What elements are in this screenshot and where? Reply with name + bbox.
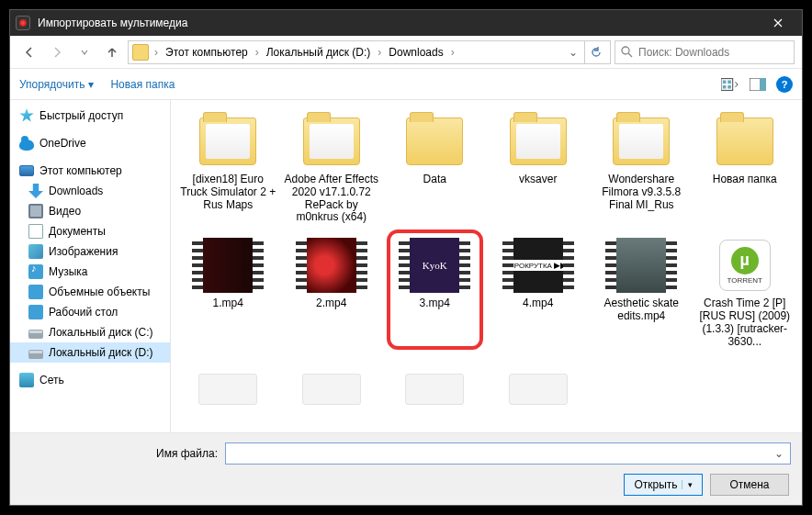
disk-icon bbox=[28, 350, 43, 359]
folder-item[interactable]: Adobe After Effects 2020 v17.1.0.72 RePa… bbox=[282, 109, 382, 228]
disk-icon bbox=[28, 330, 43, 339]
footer: Имя файла: ⌄ Открыть▾ Отмена bbox=[10, 432, 802, 505]
view-mode-button[interactable] bbox=[721, 77, 739, 92]
close-button[interactable] bbox=[760, 10, 796, 36]
chevron-right-icon[interactable]: › bbox=[152, 46, 160, 59]
chevron-right-icon[interactable]: › bbox=[449, 46, 457, 59]
star-icon bbox=[19, 108, 34, 123]
file-item[interactable] bbox=[282, 357, 382, 425]
sidebar-downloads[interactable]: Downloads bbox=[10, 181, 170, 201]
file-item[interactable] bbox=[489, 357, 589, 425]
sidebar-network[interactable]: Сеть bbox=[10, 370, 170, 390]
filename-combo[interactable]: ⌄ bbox=[225, 442, 791, 465]
sidebar-music[interactable]: Музыка bbox=[10, 262, 170, 282]
titlebar: Импортировать мультимедиа bbox=[10, 10, 802, 36]
filename-label: Имя файла: bbox=[21, 447, 218, 460]
sidebar-quick-access[interactable]: Быстрый доступ bbox=[10, 106, 170, 126]
crumb-pc[interactable]: Этот компьютер bbox=[162, 44, 252, 61]
sidebar-onedrive[interactable]: OneDrive bbox=[10, 133, 170, 153]
svg-rect-3 bbox=[727, 80, 731, 84]
folder-item[interactable]: [dixen18] Euro Truck Simulator 2 + Rus M… bbox=[178, 109, 278, 228]
filename-input[interactable] bbox=[230, 447, 772, 460]
crumb-folder[interactable]: Downloads bbox=[385, 44, 446, 61]
back-button[interactable] bbox=[17, 40, 41, 64]
file-dialog-window: Импортировать мультимедиа › Этот компьют… bbox=[9, 9, 803, 506]
organize-menu[interactable]: Упорядочить ▾ bbox=[19, 78, 94, 91]
torrent-file-item[interactable]: µTORRENTCrash Time 2 [P] [RUS RUS] (2009… bbox=[695, 233, 795, 352]
svg-rect-5 bbox=[727, 84, 731, 88]
recent-dropdown[interactable] bbox=[73, 40, 96, 64]
sidebar-documents[interactable]: Документы bbox=[10, 221, 170, 241]
svg-rect-2 bbox=[723, 80, 727, 84]
chevron-down-icon: ▾ bbox=[88, 78, 94, 91]
search-icon bbox=[621, 46, 633, 58]
video-file-item-selected[interactable]: KyoK3.mp4 bbox=[385, 233, 485, 352]
file-item[interactable] bbox=[178, 357, 278, 425]
toolbar: Упорядочить ▾ Новая папка ? bbox=[10, 69, 802, 100]
help-button[interactable]: ? bbox=[776, 76, 793, 93]
folder-item[interactable]: Новая папка bbox=[695, 109, 795, 228]
nav-bar: › Этот компьютер › Локальный диск (D:) ›… bbox=[10, 36, 802, 69]
address-dropdown[interactable]: ⌄ bbox=[564, 46, 582, 59]
network-icon bbox=[19, 373, 34, 387]
image-icon bbox=[28, 244, 43, 259]
refresh-button[interactable] bbox=[584, 41, 606, 63]
cloud-icon bbox=[19, 140, 34, 151]
music-icon bbox=[28, 264, 43, 279]
chevron-right-icon[interactable]: › bbox=[376, 46, 383, 59]
dialog-body: Быстрый доступ OneDrive Этот компьютер D… bbox=[10, 100, 802, 432]
folder-item[interactable]: vksaver bbox=[489, 109, 589, 228]
cancel-button[interactable]: Отмена bbox=[710, 474, 789, 496]
sidebar-video[interactable]: Видео bbox=[10, 201, 170, 221]
pc-icon bbox=[19, 165, 34, 176]
svg-rect-7 bbox=[760, 78, 766, 91]
window-title: Импортировать мультимедиа bbox=[38, 17, 760, 29]
cube-icon bbox=[28, 285, 43, 299]
app-icon bbox=[16, 16, 30, 30]
video-file-item[interactable]: 2.mp4 bbox=[282, 233, 382, 352]
search-input[interactable] bbox=[638, 46, 788, 59]
new-folder-button[interactable]: Новая папка bbox=[110, 78, 175, 91]
sidebar: Быстрый доступ OneDrive Этот компьютер D… bbox=[10, 100, 171, 432]
video-icon bbox=[28, 204, 43, 218]
forward-button[interactable] bbox=[45, 40, 69, 64]
svg-rect-4 bbox=[723, 84, 727, 88]
desktop-icon bbox=[28, 305, 43, 319]
video-file-item[interactable]: ПРОКРУТКА4.mp4 bbox=[489, 233, 589, 352]
folder-item[interactable]: Wondershare Filmora v9.3.5.8 Final MI_Ru… bbox=[592, 109, 692, 228]
file-item[interactable] bbox=[385, 357, 485, 425]
svg-point-0 bbox=[622, 47, 629, 54]
video-file-item[interactable]: 1.mp4 bbox=[178, 233, 278, 352]
sidebar-disk-d[interactable]: Локальный диск (D:) bbox=[10, 342, 170, 363]
video-file-item[interactable]: Aesthetic skate edits.mp4 bbox=[592, 233, 692, 352]
sidebar-desktop[interactable]: Рабочий стол bbox=[10, 302, 170, 322]
crumb-disk[interactable]: Локальный диск (D:) bbox=[263, 44, 375, 61]
search-box[interactable] bbox=[615, 40, 795, 64]
sidebar-3d-objects[interactable]: Объемные объекты bbox=[10, 282, 170, 302]
sidebar-disk-c[interactable]: Локальный диск (C:) bbox=[10, 322, 170, 342]
split-arrow-icon: ▾ bbox=[682, 480, 693, 489]
sidebar-images[interactable]: Изображения bbox=[10, 241, 170, 262]
sidebar-this-pc[interactable]: Этот компьютер bbox=[10, 161, 170, 181]
download-icon bbox=[28, 184, 43, 198]
preview-pane-button[interactable] bbox=[749, 77, 767, 92]
chevron-down-icon[interactable]: ⌄ bbox=[772, 447, 786, 460]
chevron-right-icon[interactable]: › bbox=[254, 46, 261, 59]
address-bar[interactable]: › Этот компьютер › Локальный диск (D:) ›… bbox=[128, 40, 611, 64]
open-button[interactable]: Открыть▾ bbox=[624, 474, 703, 496]
folder-icon bbox=[132, 44, 149, 61]
document-icon bbox=[28, 224, 43, 239]
up-button[interactable] bbox=[100, 40, 124, 64]
folder-item[interactable]: Data bbox=[385, 109, 485, 228]
file-list[interactable]: [dixen18] Euro Truck Simulator 2 + Rus M… bbox=[171, 100, 802, 432]
